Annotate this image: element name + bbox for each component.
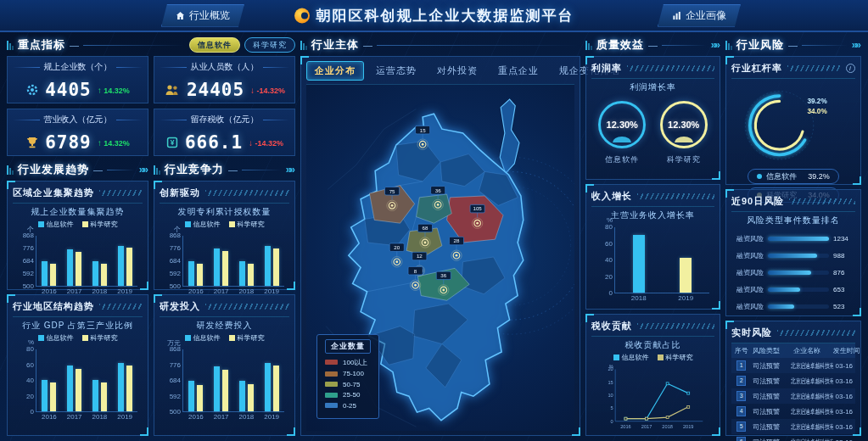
panel-title: 行业杠杆率 bbox=[731, 62, 782, 75]
table-row[interactable]: 1司法预警北京启迪卓越科技有限公司03-16 bbox=[731, 358, 855, 373]
svg-text:28: 28 bbox=[454, 237, 460, 243]
bar-chart-icon bbox=[672, 11, 681, 20]
column-header: 企业名称 bbox=[781, 343, 832, 358]
bar bbox=[188, 261, 194, 286]
map-tab[interactable]: 重点企业 bbox=[490, 61, 547, 81]
map-legend: 企业数量 100以上75-10050-7525-500-25 bbox=[316, 334, 379, 420]
panel-header: 税收贡献 bbox=[591, 319, 714, 337]
bar bbox=[126, 248, 132, 286]
table-head: 序号风险类型企业名称发生时间 bbox=[731, 343, 855, 358]
hbar-row: 融资风险523 bbox=[733, 302, 854, 311]
competitiveness-header: 行业竞争力 — »» bbox=[154, 161, 295, 178]
expand-more-icon[interactable]: »» bbox=[852, 39, 861, 51]
row-number-badge: 3 bbox=[736, 391, 746, 401]
indicator-card: 规上企业数（个）4405↑ 14.32% bbox=[7, 56, 148, 103]
competitiveness-column: 行业竞争力 — »» 创新驱动 发明专利累计授权数量信息软件科学研究500592… bbox=[154, 161, 295, 436]
legend-swatch bbox=[82, 221, 88, 227]
innovation-panel: 创新驱动 发明专利累计授权数量信息软件科学研究500592684776868个2… bbox=[154, 181, 295, 290]
divider bbox=[662, 45, 707, 46]
svg-text:10: 10 bbox=[608, 393, 613, 398]
legend-item: 信息软件 bbox=[185, 333, 221, 343]
bar-group: 2018 bbox=[633, 235, 645, 293]
map-tab[interactable]: 运营态势 bbox=[367, 61, 425, 81]
bar bbox=[197, 264, 203, 286]
indicator-card: 留存税收（亿元）¥666.1↓ -14.32% bbox=[154, 109, 295, 156]
page-title-text: 朝阳区科创规上企业大数据监测平台 bbox=[316, 6, 574, 25]
bar-group: 2016 bbox=[42, 380, 56, 411]
profit-rate-panel: 利润率 利润增长率 12.30%信息软件12.30%科学研究 bbox=[585, 56, 720, 180]
table-row[interactable]: 3司法预警北京启迪卓越科技有限公司03-16 bbox=[731, 388, 855, 404]
patent-bar-chart: 发明专利累计授权数量信息软件科学研究500592684776868个201620… bbox=[160, 204, 289, 285]
x-axis-label: 2019 bbox=[678, 294, 693, 302]
cell-company-name: 北京启迪卓越科技有限公司 bbox=[781, 419, 832, 434]
hbar-label: 融资风险 bbox=[733, 268, 764, 277]
cell-risk-type: 司法预警 bbox=[751, 434, 781, 441]
expand-more-icon[interactable]: »» bbox=[286, 164, 295, 176]
y-axis-tick: 500 bbox=[170, 283, 183, 290]
table-row[interactable]: 2司法预警北京启迪卓越科技有限公司03-16 bbox=[731, 373, 855, 388]
chart-plot: 020406080%20182019 bbox=[614, 227, 709, 293]
gauge-ring: 12.30% bbox=[598, 101, 646, 148]
filter-pill-science-research[interactable]: 科学研究 bbox=[244, 37, 295, 53]
income-bar-chart: 主营业务收入增长率020406080%20182019 bbox=[591, 207, 714, 304]
table-row[interactable]: 5司法预警北京启迪卓越科技有限公司03-16 bbox=[731, 419, 855, 434]
legend-row: 100以上 bbox=[325, 358, 371, 367]
bar bbox=[101, 264, 107, 286]
legend-swatch bbox=[229, 221, 235, 227]
company-name: 北京启迪卓越科技有限公司 bbox=[791, 377, 832, 386]
divider bbox=[83, 45, 185, 46]
bar bbox=[222, 251, 228, 286]
expand-more-icon[interactable]: »» bbox=[139, 164, 148, 176]
recent-risk-panel: 近90日风险 风险类型事件数量排名融资风险1234融资风险988融资风险876融… bbox=[725, 189, 861, 316]
chart-title: 规上企业数量集聚趋势 bbox=[13, 206, 143, 218]
cell-risk-type: 司法预警 bbox=[751, 388, 781, 404]
nav-industry-overview[interactable]: 行业概览 bbox=[161, 4, 244, 27]
expand-more-icon[interactable]: »» bbox=[711, 39, 720, 51]
top-bar: 行业概览 朝阳区科创规上企业大数据监测平台 企业画像 bbox=[0, 0, 868, 32]
cell-company-name: 北京启迪卓越科技有限公司 bbox=[781, 358, 832, 373]
svg-text:68: 68 bbox=[423, 225, 428, 231]
y-axis-tick: 20 bbox=[605, 274, 615, 281]
bar bbox=[633, 235, 645, 293]
hbar-fill bbox=[768, 271, 811, 275]
realtime-risk-panel: 实时风险 序号风险类型企业名称发生时间1司法预警北京启迪卓越科技有限公司03-1… bbox=[725, 321, 861, 436]
map-tab[interactable]: 企业分布 bbox=[306, 61, 364, 81]
company-name: 北京启迪卓越科技有限公司 bbox=[791, 407, 832, 416]
svg-text:2017: 2017 bbox=[641, 424, 652, 429]
title-dash: — bbox=[93, 165, 103, 175]
cell-company-name: 北京启迪卓越科技有限公司 bbox=[781, 404, 832, 419]
chart-legend: 信息软件科学研究 bbox=[591, 353, 714, 362]
y-axis-tick: 500 bbox=[170, 409, 183, 416]
bar-group: 2018 bbox=[239, 381, 254, 411]
indicator-label: 营业收入（亿元） bbox=[13, 114, 143, 126]
bar-group: 2018 bbox=[239, 261, 254, 286]
bar bbox=[273, 248, 279, 286]
table-row[interactable]: 6司法预警北京启迪卓越科技有限公司03-16 bbox=[731, 434, 855, 441]
people-icon bbox=[164, 84, 181, 96]
nav-label: 企业画像 bbox=[686, 8, 726, 23]
info-icon[interactable]: i bbox=[846, 64, 855, 73]
y-axis-tick: 0 bbox=[31, 409, 36, 416]
hatch-decoration bbox=[205, 304, 289, 310]
svg-text:20: 20 bbox=[394, 244, 400, 250]
rnd-bar-chart: 研发经费投入信息软件科学研究500592684776868万元201620172… bbox=[160, 317, 289, 431]
filter-pill-info-software[interactable]: 信息软件 bbox=[189, 37, 240, 53]
table-header-row: 序号风险类型企业名称发生时间 bbox=[731, 343, 855, 358]
agglomeration-panel: 区域企业集聚趋势 规上企业数量集聚趋势信息软件科学研究5005926847768… bbox=[7, 181, 148, 290]
risk-column: 行业风险 — »» 行业杠杆率 i 39.2% 34.0% 信息软 bbox=[725, 36, 861, 436]
indicator-delta: ↓ -14.32% bbox=[249, 138, 283, 148]
row-number-badge: 5 bbox=[736, 421, 746, 432]
table-row[interactable]: 4司法预警北京启迪卓越科技有限公司03-16 bbox=[731, 404, 855, 419]
chart-title: 研发经费投入 bbox=[160, 320, 289, 332]
title-dash: — bbox=[228, 165, 238, 175]
nav-enterprise-portrait[interactable]: 企业画像 bbox=[658, 4, 741, 27]
panel-title: 行业地区结构趋势 bbox=[13, 300, 94, 313]
y-axis-unit: 个 bbox=[27, 225, 36, 234]
gauge-label: 信息软件 bbox=[598, 154, 646, 165]
map-tab[interactable]: 对外投资 bbox=[428, 61, 486, 81]
tax-line-chart: 税收贡献占比信息软件科学研究05101520%2016201720182019 bbox=[591, 337, 714, 431]
center-column: 行业主体 — 企业分布运营态势对外投资重点企业规企变化排名 bbox=[300, 36, 580, 436]
hbar-track bbox=[768, 271, 829, 275]
quality-column: 质量效益 — »» 利润率 利润增长率 12.30%信息软件12.30%科学研究… bbox=[585, 36, 720, 436]
panel-header: 行业地区结构趋势 bbox=[13, 299, 143, 317]
